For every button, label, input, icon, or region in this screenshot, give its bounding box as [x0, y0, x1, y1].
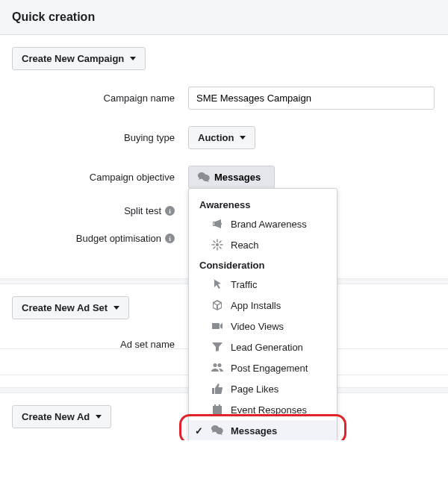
campaign-objective-select[interactable]: Messages: [188, 166, 275, 189]
svg-point-0: [216, 243, 219, 246]
split-test-label: Split test i: [12, 205, 188, 216]
buying-type-select[interactable]: Auction: [188, 126, 255, 149]
create-new-ad-set-label: Create New Ad Set: [22, 302, 108, 313]
objective-option-video-views[interactable]: Video Views: [189, 316, 337, 337]
objective-option-app-installs[interactable]: App Installs: [189, 295, 337, 316]
objective-group-label: Consideration: [189, 255, 337, 274]
create-new-ad-label: Create New Ad: [22, 411, 90, 422]
objective-option-label: Lead Generation: [231, 342, 303, 353]
objective-option-label: App Installs: [231, 300, 281, 311]
info-icon[interactable]: i: [165, 206, 175, 216]
svg-line-8: [220, 241, 221, 242]
caret-down-icon: [240, 136, 246, 140]
objective-option-page-likes[interactable]: Page Likes: [189, 378, 337, 399]
objective-option-label: Messages: [231, 425, 277, 436]
messages-icon: [211, 425, 223, 436]
objective-option-label: Page Likes: [231, 384, 279, 395]
objective-option-brand-awareness[interactable]: Brand Awareness: [189, 213, 337, 234]
caret-down-icon: [130, 57, 136, 60]
objective-option-lead-generation[interactable]: Lead Generation: [189, 337, 337, 357]
cursor-icon: [211, 278, 223, 290]
adset-name-label: Ad set name: [12, 339, 188, 350]
people-icon: [211, 362, 223, 374]
campaign-name-label: Campaign name: [12, 93, 188, 104]
objective-option-event-responses[interactable]: Event Responses: [189, 399, 337, 420]
create-new-campaign-button[interactable]: Create New Campaign: [12, 47, 146, 70]
check-icon: ✓: [195, 425, 203, 436]
objective-option-label: Video Views: [231, 321, 284, 332]
objective-option-post-engagement[interactable]: Post Engagement: [189, 357, 337, 378]
svg-line-6: [220, 247, 221, 248]
svg-line-7: [214, 247, 215, 248]
buying-type-row: Buying type Auction: [12, 126, 436, 149]
page-title: Quick creation: [12, 10, 436, 24]
create-new-campaign-label: Create New Campaign: [22, 53, 124, 64]
buying-type-value: Auction: [198, 132, 234, 143]
campaign-name-input[interactable]: [188, 87, 435, 110]
messages-icon: [198, 172, 210, 183]
objective-dropdown: AwarenessBrand AwarenessReachConsiderati…: [188, 188, 337, 440]
svg-line-5: [214, 241, 215, 242]
page-header: Quick creation: [0, 0, 448, 35]
video-icon: [211, 320, 223, 332]
reach-icon: [211, 239, 223, 251]
campaign-section: Create New Campaign Campaign name Buying…: [0, 35, 448, 256]
objective-option-label: Reach: [231, 240, 259, 251]
campaign-name-row: Campaign name: [12, 87, 436, 110]
create-new-ad-set-button[interactable]: Create New Ad Set: [12, 296, 129, 319]
funnel-icon: [211, 341, 223, 353]
objective-option-label: Brand Awareness: [231, 219, 307, 230]
objective-option-label: Post Engagement: [231, 363, 308, 374]
megaphone-icon: [211, 218, 223, 230]
caret-down-icon: [113, 306, 119, 310]
objective-option-traffic[interactable]: Traffic: [189, 274, 337, 295]
budget-optimisation-label: Budget optimisation i: [12, 233, 188, 244]
objective-option-label: Event Responses: [231, 404, 307, 416]
campaign-objective-value: Messages: [214, 172, 261, 183]
thumb-icon: [211, 383, 223, 395]
calendar-icon: [211, 404, 223, 416]
objective-option-reach[interactable]: Reach: [189, 234, 337, 255]
campaign-objective-label: Campaign objective: [12, 172, 188, 183]
buying-type-label: Buying type: [12, 132, 188, 143]
create-new-ad-button[interactable]: Create New Ad: [12, 405, 111, 428]
info-icon[interactable]: i: [165, 234, 175, 243]
objective-option-messages[interactable]: ✓Messages: [189, 420, 337, 440]
box-icon: [211, 299, 223, 311]
caret-down-icon: [96, 415, 102, 419]
objective-option-label: Traffic: [231, 279, 257, 290]
campaign-objective-row: Campaign objective Messages AwarenessBra…: [12, 166, 436, 189]
objective-group-label: Awareness: [189, 195, 337, 213]
